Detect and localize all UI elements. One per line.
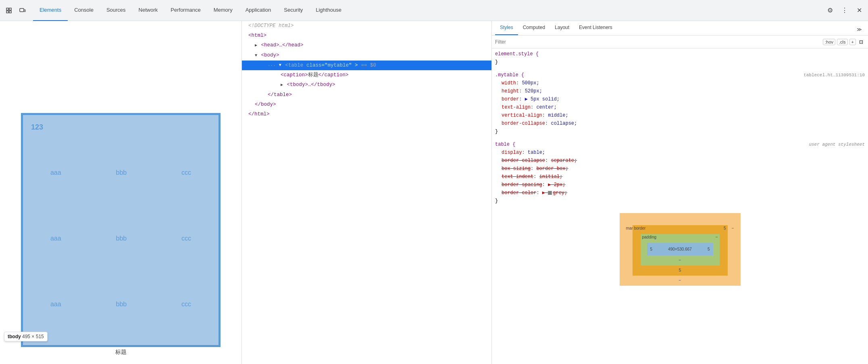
styles-tab-computed[interactable]: Computed	[518, 21, 550, 35]
main-content: 123 aaa bbb ccc aaa bbb ccc aaa bbb ccc	[0, 21, 868, 364]
rule-val-text-align: center;	[536, 105, 556, 110]
device-toggle-button[interactable]	[17, 5, 28, 16]
tab-elements[interactable]: Elements	[33, 0, 68, 21]
tab-performance[interactable]: Performance	[164, 0, 207, 21]
settings-button[interactable]: ⚙	[824, 5, 836, 16]
tab-security[interactable]: Security	[277, 0, 309, 21]
cell-ccc-1: ccc	[181, 169, 191, 176]
expand-icon[interactable]: ⊡	[858, 39, 865, 45]
dom-line-table-close[interactable]: </table>	[242, 90, 491, 100]
tab-sources[interactable]: Sources	[100, 0, 132, 21]
inspect-element-button[interactable]	[3, 5, 15, 16]
styles-tab-styles[interactable]: Styles	[495, 21, 518, 35]
box-padding-layer: padding − 5 490×530.667 5	[641, 234, 720, 266]
rule-val-border: ▶ 5px solid;	[525, 96, 560, 102]
dom-dots: ···	[268, 61, 276, 69]
cell-ccc-2: ccc	[181, 235, 191, 242]
styles-content: element.style { } .mytable { tablecel.ht…	[492, 48, 868, 364]
rule-prop-text-align[interactable]: text-align	[502, 105, 531, 110]
devtools-topbar: Elements Console Sources Network Perform…	[0, 0, 868, 21]
styles-filter-input[interactable]	[495, 39, 823, 45]
svg-rect-4	[20, 8, 24, 12]
tab-application[interactable]: Application	[239, 0, 278, 21]
box-model-container: margin − border 5 padding −	[495, 210, 865, 289]
rule-val-width: 500px;	[522, 80, 539, 86]
dom-line-body-close[interactable]: </body>	[242, 100, 491, 109]
devtools-tabs: Elements Console Sources Network Perform…	[33, 0, 824, 21]
box-border-layer: border 5 padding − 5	[633, 225, 728, 276]
grey-swatch	[548, 191, 552, 195]
styles-panel: Styles Computed Layout Event Listeners ≫…	[492, 21, 868, 364]
rule-prop-width[interactable]: width	[502, 80, 516, 86]
rule-val-vertical-align: middle;	[548, 113, 568, 118]
table-selector[interactable]: table {	[495, 142, 515, 147]
mytable-selector[interactable]: .mytable {	[495, 72, 524, 78]
rule-val-height: 520px;	[525, 88, 542, 94]
tab-lighthouse[interactable]: Lighthouse	[309, 0, 348, 21]
devtools-toolbar-right: ⚙ ⋮ ✕	[824, 5, 865, 16]
box-bottom-padding: −	[644, 258, 716, 262]
box-left: 5	[649, 247, 654, 251]
border-label: border	[634, 226, 646, 230]
filter-add-badge[interactable]: +	[849, 39, 856, 45]
margin-dash: −	[732, 226, 734, 230]
dom-line-html[interactable]: <html>	[242, 31, 491, 40]
mytable-source: tablecel.ht…11309531:10	[803, 71, 865, 79]
table-row: aaa bbb ccc	[23, 301, 219, 308]
expand-panel-button[interactable]: ≫	[853, 24, 865, 35]
rule-prop-height[interactable]: height	[502, 88, 519, 94]
table-ua-rule: table { user agent stylesheet display: t…	[495, 140, 865, 205]
tab-memory[interactable]: Memory	[207, 0, 239, 21]
ua-source: user agent stylesheet	[809, 140, 865, 149]
box-right: 5	[706, 247, 712, 251]
rule-prop-vertical-align[interactable]: vertical-align	[502, 113, 542, 118]
svg-rect-1	[6, 11, 8, 13]
dom-line-doctype: <!DOCTYPE html>	[242, 21, 491, 31]
ua-val-box-sizing: border-box;	[536, 166, 568, 172]
dom-line-body[interactable]: ▼ <body>	[242, 50, 491, 61]
dom-line-tbody[interactable]: ▶ <tbody>…</tbody>	[242, 80, 491, 90]
svg-rect-5	[24, 10, 25, 12]
dom-line-head[interactable]: ▶ <head>…</head>	[242, 40, 491, 50]
dom-line-table[interactable]: ··· ▼ <table class="mytable" > == $0	[242, 61, 491, 70]
tab-console[interactable]: Console	[68, 0, 100, 21]
ua-prop-border-collapse[interactable]: border-collapse	[502, 158, 545, 163]
box-margin-layer: margin − border 5 padding −	[624, 225, 736, 282]
box-model: margin − border 5 padding −	[620, 213, 741, 286]
box-bottom-border: 5	[636, 268, 724, 272]
filter-hov-badge[interactable]: :hov	[823, 39, 835, 45]
dom-line-caption[interactable]: <caption>标题</caption>	[242, 70, 491, 80]
cell-aaa-3: aaa	[50, 301, 61, 308]
box-content-layer: 5 490×530.667 5	[647, 243, 713, 255]
filter-cls-badge[interactable]: .cls	[837, 39, 848, 45]
rule-prop-border-collapse[interactable]: border-collapse	[502, 121, 545, 126]
table-rows: aaa bbb ccc aaa bbb ccc aaa bbb ccc	[23, 132, 219, 345]
dom-line-html-close[interactable]: </html>	[242, 109, 491, 119]
close-devtools-button[interactable]: ✕	[853, 5, 865, 16]
padding-dash: −	[716, 235, 718, 239]
styles-tab-event-listeners[interactable]: Event Listeners	[574, 21, 617, 35]
cell-aaa-2: aaa	[50, 235, 61, 242]
cell-aaa-1: aaa	[50, 169, 61, 176]
tbody-size-label: tbody 495 × 515	[4, 332, 48, 341]
webpage-panel: 123 aaa bbb ccc aaa bbb ccc aaa bbb ccc	[0, 21, 242, 364]
rule-prop-border[interactable]: border	[502, 96, 519, 102]
more-options-button[interactable]: ⋮	[839, 5, 850, 16]
ua-prop-border-spacing[interactable]: border-spacing	[502, 182, 542, 188]
tab-network[interactable]: Network	[132, 0, 164, 21]
dom-equals: == $0	[361, 61, 376, 69]
styles-filter-bar: :hov .cls + ⊡	[492, 36, 868, 48]
table-row: aaa bbb ccc	[23, 169, 219, 176]
ua-val-display: table;	[528, 150, 545, 155]
tbody-tag: tbody	[8, 334, 21, 339]
rule-val-border-collapse: collapse;	[551, 121, 577, 126]
ua-prop-text-indent[interactable]: text-indent	[502, 174, 533, 180]
styles-tab-layout[interactable]: Layout	[550, 21, 574, 35]
ua-prop-border-color[interactable]: border-color	[502, 190, 536, 196]
table-number: 123	[23, 115, 219, 132]
box-content-row: 5 490×530.667 5	[649, 247, 712, 251]
mytable-rule: .mytable { tablecel.ht…11309531:10 width…	[495, 71, 865, 136]
ua-prop-box-sizing[interactable]: box-sizing	[502, 166, 531, 172]
ua-prop-display[interactable]: display	[502, 150, 522, 155]
svg-rect-3	[9, 11, 11, 13]
